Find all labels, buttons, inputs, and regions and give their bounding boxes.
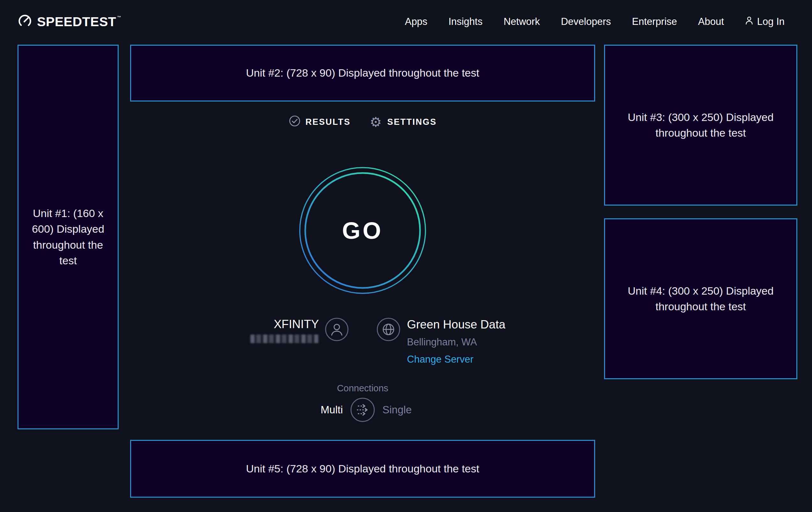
ad-unit-1[interactable]: Unit #1: (160 x 600) Displayed throughou… [18,45,119,429]
person-icon [745,16,753,27]
go-button[interactable]: GO [296,163,430,297]
change-server-link[interactable]: Change Server [407,354,474,365]
nav-links: Apps Insights Network Developers Enterpr… [405,16,785,27]
speedometer-icon [18,14,32,30]
server-location: Bellingham, WA [407,336,477,348]
multi-connection-icon[interactable] [350,397,375,423]
isp-name: XFINITY [223,318,319,331]
ad-unit-1-label: Unit #1: (160 x 600) Displayed throughou… [30,206,106,268]
nav-item-enterprise[interactable]: Enterprise [632,16,677,27]
ad-unit-4-label: Unit #4: (300 x 250) Displayed throughou… [618,283,784,315]
go-label: GO [296,163,430,297]
server-name: Green House Data [407,318,505,331]
ad-unit-3[interactable]: Unit #3: (300 x 250) Displayed throughou… [604,45,797,206]
view-tabs: RESULTS ⚙ SETTINGS [130,115,595,129]
nav-item-developers[interactable]: Developers [561,16,611,27]
ad-unit-2-label: Unit #2: (728 x 90) Displayed throughout… [246,65,479,81]
speedtest-logo[interactable]: SPEEDTEST™ [18,14,121,30]
ad-unit-2[interactable]: Unit #2: (728 x 90) Displayed throughout… [130,45,595,102]
connections-single-option[interactable]: Single [382,404,430,416]
isp-ip-redacted [250,334,319,343]
top-nav: SPEEDTEST™ Apps Insights Network Develop… [0,0,812,44]
nav-item-insights[interactable]: Insights [448,16,483,27]
ad-unit-5[interactable]: Unit #5: (728 x 90) Displayed throughout… [130,440,595,497]
speedtest-page: SPEEDTEST™ Apps Insights Network Develop… [0,0,812,512]
tab-results[interactable]: RESULTS [289,115,351,129]
ad-unit-3-label: Unit #3: (300 x 250) Displayed throughou… [618,109,784,141]
connections-multi-option[interactable]: Multi [295,404,343,416]
brand-name: SPEEDTEST [37,15,116,29]
server-globe-icon [376,317,401,342]
nav-item-apps[interactable]: Apps [405,16,427,27]
connections-title: Connections [130,383,595,394]
nav-item-about[interactable]: About [698,16,724,27]
login-button[interactable]: Log In [745,16,785,27]
isp-person-icon [325,317,349,342]
nav-item-network[interactable]: Network [503,16,540,27]
ad-unit-5-label: Unit #5: (728 x 90) Displayed throughout… [246,461,479,477]
connections-row: Multi Single [130,397,595,423]
tab-results-label: RESULTS [306,117,351,127]
tab-settings[interactable]: ⚙ SETTINGS [370,115,437,129]
check-circle-icon [289,115,301,129]
ad-unit-4[interactable]: Unit #4: (300 x 250) Displayed throughou… [604,218,797,379]
tab-settings-label: SETTINGS [387,117,437,127]
trademark-mark: ™ [117,15,121,20]
login-label: Log In [757,16,785,27]
gear-icon: ⚙ [370,115,382,129]
